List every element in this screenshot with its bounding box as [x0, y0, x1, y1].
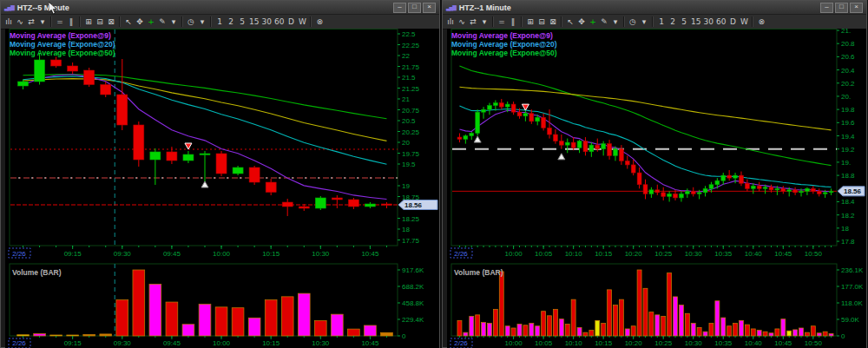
- volume-chart[interactable]: 236.1K177.0K118.0K59.0K010:0010:0510:101…: [447, 263, 866, 348]
- timeframe-5-button[interactable]: 5: [679, 16, 689, 28]
- chart-style-caret-icon[interactable]: ▾: [479, 16, 490, 28]
- svg-text:10:15: 10:15: [595, 250, 613, 258]
- svg-text:22.25: 22.25: [402, 42, 420, 49]
- timeframe-2-button[interactable]: 2: [226, 16, 236, 28]
- timeframe-30-button[interactable]: 30: [702, 16, 713, 28]
- timeframe-60-button[interactable]: 60: [715, 16, 727, 28]
- settings-icon[interactable]: ⊗: [314, 16, 325, 28]
- svg-text:2/26: 2/26: [12, 339, 26, 347]
- timeframe-5-button[interactable]: 5: [237, 16, 247, 28]
- timeframe-15-button[interactable]: 15: [248, 16, 260, 28]
- close-button[interactable]: ×: [850, 3, 863, 13]
- svg-text:236.1K: 236.1K: [841, 266, 864, 274]
- svg-text:10:30: 10:30: [685, 250, 703, 258]
- chart-style-icon[interactable]: ılı: [3, 16, 14, 28]
- chart-window-1min[interactable]: ▃▅▇ HTZ--1 Minute –□× ılı∿⇄▾=‖⊞⊟⊠↖✥+✎▾◷▾…: [442, 0, 867, 348]
- cursor-tool-icon[interactable]: ↖: [123, 16, 134, 28]
- svg-text:10:05: 10:05: [535, 250, 553, 258]
- timeframe-1-button[interactable]: 1: [656, 16, 667, 28]
- crosshair-tool-icon[interactable]: +: [588, 16, 598, 28]
- svg-text:229.4K: 229.4K: [402, 316, 424, 324]
- interval-caret-icon[interactable]: ▾: [197, 16, 207, 28]
- toolbar: ılı∿⇄▾=‖⊞⊟⊠↖✥+✎▾◷▾125153060DW⊗: [1, 15, 439, 30]
- svg-text:10:00: 10:00: [213, 339, 231, 347]
- crosshair-tool-icon[interactable]: +: [146, 16, 156, 28]
- svg-text:2/26: 2/26: [454, 250, 468, 258]
- timeframe-15-button[interactable]: 15: [690, 16, 701, 28]
- layout-mixed-icon[interactable]: ⊠: [106, 16, 116, 28]
- window-controls: –□×: [393, 3, 436, 13]
- draw-tool-icon[interactable]: ✎: [157, 16, 168, 28]
- layout-grid-icon[interactable]: ⊞: [83, 16, 94, 28]
- close-button[interactable]: ×: [423, 3, 436, 13]
- layout-rows-icon[interactable]: ⊟: [536, 16, 547, 28]
- cursor-tool-icon[interactable]: ↖: [565, 16, 575, 28]
- pan-tool-icon[interactable]: ✥: [135, 16, 145, 28]
- chart-style-caret-icon[interactable]: ▾: [37, 16, 48, 28]
- svg-text:10:30: 10:30: [312, 339, 330, 347]
- titlebar[interactable]: ▃▅▇ HTZ--5 Minute –□×: [1, 1, 439, 15]
- indicator-zigzag-icon[interactable]: ∿: [457, 16, 467, 28]
- vertical-line-tool-icon[interactable]: ‖: [66, 16, 76, 28]
- volume-chart[interactable]: 917.6K688.2K458.8K229.4K009:1509:3009:45…: [5, 263, 439, 348]
- timeframe-60-button[interactable]: 60: [273, 16, 285, 28]
- vertical-line-tool-icon[interactable]: ‖: [508, 16, 518, 28]
- timeframe-day-button[interactable]: D: [727, 16, 738, 28]
- svg-text:21.5: 21.5: [402, 74, 416, 82]
- price-chart[interactable]: 21.20.820.620.420.220.19.819.619.419.219…: [447, 29, 866, 263]
- svg-text:10:05: 10:05: [535, 339, 553, 347]
- svg-text:2/26: 2/26: [12, 250, 26, 258]
- layout-rows-icon[interactable]: ⊟: [95, 16, 105, 28]
- up-arrow-marker: [474, 136, 481, 142]
- svg-text:09:30: 09:30: [114, 339, 132, 347]
- svg-text:17.75: 17.75: [402, 237, 420, 245]
- svg-text:19.8: 19.8: [841, 106, 855, 114]
- horizontal-line-tool-icon[interactable]: =: [496, 16, 507, 28]
- svg-text:20: 20: [402, 139, 410, 147]
- compare-icon[interactable]: ⇄: [26, 16, 36, 28]
- svg-text:09:30: 09:30: [114, 250, 132, 258]
- pan-tool-icon[interactable]: ✥: [576, 16, 587, 28]
- svg-text:22: 22: [402, 52, 410, 60]
- svg-text:20.8: 20.8: [841, 40, 855, 48]
- interval-caret-icon[interactable]: ▾: [639, 16, 649, 28]
- draw-tool-icon[interactable]: ✎: [599, 16, 609, 28]
- draw-tool-caret-icon[interactable]: ▾: [610, 16, 621, 28]
- timeframe-week-button[interactable]: W: [297, 16, 307, 28]
- layout-mixed-icon[interactable]: ⊠: [548, 16, 558, 28]
- horizontal-line-tool-icon[interactable]: =: [55, 16, 65, 28]
- last-price-badge: 18.56: [398, 200, 437, 210]
- svg-text:177.0K: 177.0K: [841, 283, 864, 291]
- layout-grid-icon[interactable]: ⊞: [525, 16, 536, 28]
- clock-icon[interactable]: ◷: [186, 16, 196, 28]
- chart-window-5min[interactable]: ▃▅▇ HTZ--5 Minute –□× ılı∿⇄▾=‖⊞⊟⊠↖✥+✎▾◷▾…: [0, 0, 440, 348]
- timeframe-1-button[interactable]: 1: [214, 16, 225, 28]
- timeframe-30-button[interactable]: 30: [260, 16, 272, 28]
- timeframe-day-button[interactable]: D: [286, 16, 296, 28]
- minimize-button[interactable]: –: [820, 3, 833, 13]
- maximize-button[interactable]: □: [835, 3, 848, 13]
- svg-text:09:45: 09:45: [163, 250, 181, 258]
- toolbar-separator: [181, 16, 183, 27]
- minimize-button[interactable]: –: [393, 3, 406, 13]
- svg-text:10:10: 10:10: [565, 250, 583, 258]
- compare-icon[interactable]: ⇄: [468, 16, 478, 28]
- up-arrow-marker: [558, 154, 565, 160]
- chart-style-icon[interactable]: ılı: [445, 16, 456, 28]
- timeframe-week-button[interactable]: W: [739, 16, 749, 28]
- maximize-button[interactable]: □: [408, 3, 421, 13]
- svg-text:19.4: 19.4: [841, 133, 855, 141]
- svg-text:19: 19: [402, 182, 410, 190]
- svg-text:10:20: 10:20: [625, 250, 643, 258]
- chart-icon: ▃▅▇: [446, 5, 456, 10]
- clock-icon[interactable]: ◷: [628, 16, 638, 28]
- price-chart[interactable]: 22.522.252221.7521.521.252120.7520.520.2…: [5, 29, 439, 263]
- toolbar-separator: [210, 16, 212, 27]
- titlebar[interactable]: ▃▅▇ HTZ--1 Minute –□×: [443, 1, 866, 15]
- svg-text:18: 18: [402, 226, 410, 233]
- desktop: ▃▅▇ HTZ--5 Minute –□× ılı∿⇄▾=‖⊞⊟⊠↖✥+✎▾◷▾…: [0, 0, 868, 348]
- draw-tool-caret-icon[interactable]: ▾: [168, 16, 179, 28]
- indicator-zigzag-icon[interactable]: ∿: [15, 16, 25, 28]
- timeframe-2-button[interactable]: 2: [667, 16, 678, 28]
- settings-icon[interactable]: ⊗: [756, 16, 766, 28]
